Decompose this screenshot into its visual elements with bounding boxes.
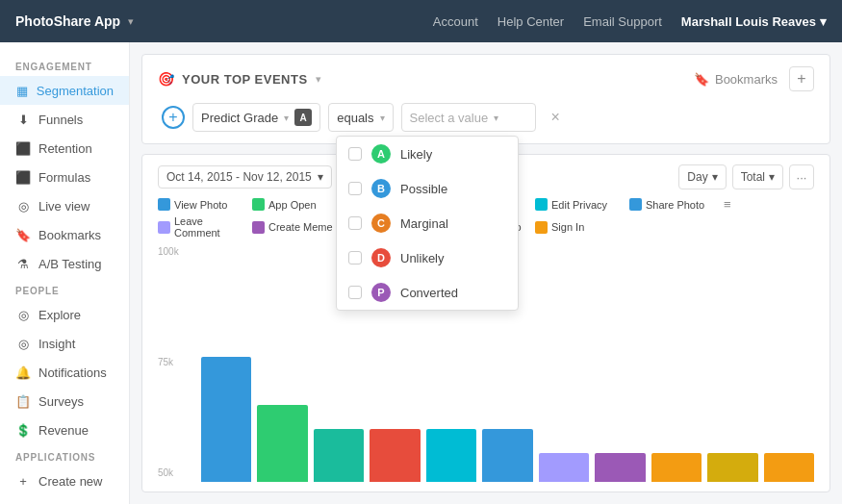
- bar-sign-in: [764, 453, 814, 482]
- sidebar-item-notifications[interactable]: 🔔 Notifications: [0, 358, 129, 387]
- app-chevron-icon[interactable]: ▾: [128, 15, 134, 28]
- day-select[interactable]: Day ▾: [678, 164, 726, 189]
- sidebar-item-formulas[interactable]: ⬛ Formulas: [0, 163, 129, 191]
- converted-checkbox[interactable]: [348, 286, 362, 299]
- bar-session-end: [651, 453, 702, 482]
- value-select[interactable]: Select a value ▾: [401, 103, 536, 132]
- account-link[interactable]: Account: [433, 14, 478, 29]
- sidebar-item-insight[interactable]: ◎ Insight: [0, 329, 129, 358]
- y-label-100k: 100k: [158, 246, 179, 257]
- date-range-button[interactable]: Oct 14, 2015 - Nov 12, 2015 ▾: [158, 165, 332, 189]
- unlikely-label: Unlikely: [400, 251, 445, 265]
- bar-app-install: [314, 429, 364, 482]
- more-options-button[interactable]: ···: [789, 164, 814, 189]
- marginal-badge: C: [371, 214, 391, 233]
- sign-in-label: Sign In: [551, 221, 584, 233]
- app-open-check: [252, 198, 265, 211]
- panel-title-chevron-icon[interactable]: ▾: [316, 73, 321, 86]
- sidebar-item-bookmarks[interactable]: 🔖 Bookmarks: [0, 220, 129, 249]
- day-chevron-icon: ▾: [712, 170, 718, 184]
- event-tag-create-meme[interactable]: Create Meme: [252, 215, 343, 239]
- converted-label: Converted: [400, 286, 458, 300]
- engagement-section-label: ENGAGEMENT: [0, 54, 129, 76]
- event-tag-sign-in[interactable]: Sign In: [535, 215, 625, 239]
- sidebar-item-label: Notifications: [38, 365, 107, 380]
- formulas-icon: ⬛: [15, 169, 31, 185]
- view-photo-label: View Photo: [174, 199, 227, 211]
- funnels-icon: ⬇: [15, 112, 31, 127]
- bar-create-meme: [595, 453, 645, 482]
- main-content: 🎯 YOUR TOP EVENTS ▾ 🔖 Bookmarks + + Pred…: [130, 42, 842, 504]
- grade-badge: A: [294, 109, 312, 126]
- user-name: Marshall Louis Reaves: [681, 14, 816, 29]
- live-view-icon: ◎: [15, 198, 31, 214]
- bar-app-open: [257, 405, 307, 482]
- people-section-label: PEOPLE: [0, 278, 129, 300]
- marginal-checkbox[interactable]: [348, 216, 362, 230]
- sidebar-item-label: A/B Testing: [38, 257, 102, 271]
- sidebar-item-explore[interactable]: ◎ Explore: [0, 300, 129, 329]
- add-button[interactable]: +: [789, 66, 814, 91]
- main-layout: ENGAGEMENT ▦ Segmentation ⬇ Funnels ⬛ Re…: [0, 42, 842, 504]
- event-tag-app-open[interactable]: App Open: [252, 197, 343, 212]
- possible-checkbox[interactable]: [348, 182, 362, 195]
- filter-add-button[interactable]: +: [162, 106, 185, 129]
- event-tag-share-photo[interactable]: Share Photo: [629, 197, 720, 212]
- marginal-label: Marginal: [400, 216, 448, 231]
- dropdown-item-possible[interactable]: B Possible: [337, 171, 518, 206]
- sidebar-item-funnels[interactable]: ⬇ Funnels: [0, 105, 129, 134]
- dropdown-item-marginal[interactable]: C Marginal: [337, 206, 518, 240]
- bar-fave-photo: [370, 429, 420, 482]
- y-axis: 100k 75k 50k: [158, 246, 179, 482]
- bookmarks-button[interactable]: 🔖 Bookmarks: [694, 72, 778, 87]
- total-label: Total: [741, 170, 765, 184]
- bar-share-photo: [482, 429, 532, 482]
- y-label-75k: 75k: [158, 357, 179, 367]
- likely-checkbox[interactable]: [348, 147, 362, 161]
- day-label: Day: [687, 170, 707, 184]
- sidebar-item-retention[interactable]: ⬛ Retention: [0, 134, 129, 163]
- panel-title-area: 🎯 YOUR TOP EVENTS ▾: [158, 71, 321, 87]
- sidebar-item-label: Formulas: [38, 170, 90, 185]
- user-menu[interactable]: Marshall Louis Reaves ▾: [681, 14, 827, 29]
- email-support-link[interactable]: Email Support: [583, 14, 662, 29]
- sidebar-item-label: Create new: [38, 474, 102, 489]
- segmentation-icon: ▦: [15, 83, 29, 98]
- predict-grade-label: Predict Grade: [201, 111, 278, 125]
- sidebar-item-create-new[interactable]: + Create new: [0, 466, 129, 495]
- dropdown-item-unlikely[interactable]: D Unlikely: [337, 240, 518, 275]
- bar-leave-comment: [539, 453, 589, 482]
- equals-select[interactable]: equals ▾: [328, 103, 393, 132]
- panel-actions: 🔖 Bookmarks +: [694, 66, 814, 91]
- sidebar-item-label: Revenue: [38, 423, 89, 438]
- event-tag-view-photo[interactable]: View Photo: [158, 197, 248, 212]
- top-nav: PhotoShare App ▾ Account Help Center Ema…: [0, 0, 842, 42]
- sidebar-item-ab-testing[interactable]: ⚗ A/B Testing: [0, 249, 129, 278]
- sidebar-item-surveys[interactable]: 📋 Surveys: [0, 387, 129, 416]
- event-tag-filter-icon[interactable]: ≡: [724, 197, 814, 212]
- sidebar-item-segmentation[interactable]: ▦ Segmentation: [0, 76, 129, 105]
- filter-close-button[interactable]: ×: [551, 109, 560, 126]
- filter-icon: ≡: [724, 197, 731, 212]
- app-open-label: App Open: [268, 199, 317, 211]
- leave-comment-label: Leave Comment: [174, 215, 248, 239]
- predict-grade-select[interactable]: Predict Grade ▾ A: [192, 103, 320, 132]
- dropdown-item-likely[interactable]: A Likely: [337, 137, 518, 171]
- possible-badge: B: [371, 179, 391, 198]
- unlikely-checkbox[interactable]: [348, 251, 362, 265]
- share-photo-label: Share Photo: [646, 199, 704, 211]
- dropdown-item-converted[interactable]: P Converted: [337, 275, 518, 310]
- sidebar-item-label: Explore: [38, 308, 81, 322]
- edit-privacy-label: Edit Privacy: [551, 199, 607, 211]
- revenue-icon: 💲: [15, 422, 31, 438]
- event-tag-edit-privacy[interactable]: Edit Privacy: [535, 197, 625, 212]
- total-select[interactable]: Total ▾: [732, 164, 783, 189]
- help-center-link[interactable]: Help Center: [498, 14, 564, 29]
- sidebar-item-revenue[interactable]: 💲 Revenue: [0, 416, 129, 444]
- value-dropdown: A Likely B Possible C Marginal: [336, 136, 519, 311]
- possible-label: Possible: [400, 182, 447, 196]
- event-tag-leave-comment[interactable]: Leave Comment: [158, 215, 248, 239]
- converted-badge: P: [371, 283, 391, 302]
- sign-in-check: [535, 221, 548, 234]
- sidebar-item-live-view[interactable]: ◎ Live view: [0, 191, 129, 220]
